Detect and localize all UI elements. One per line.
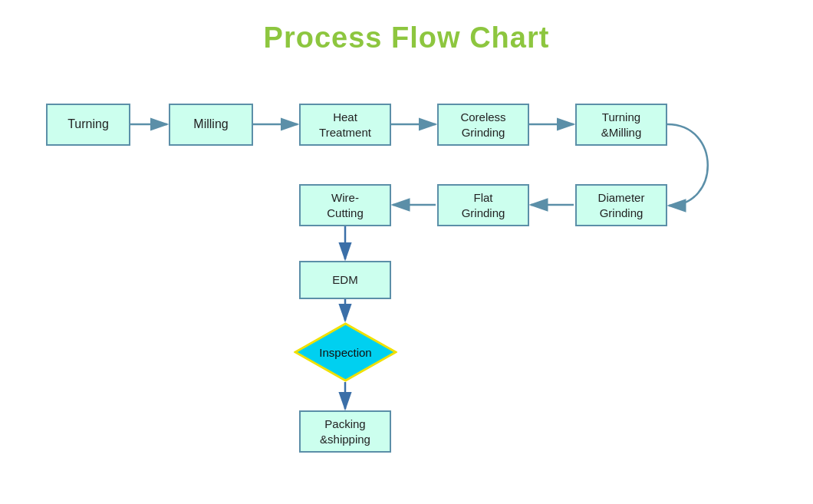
wire-cutting-box: Wire-Cutting	[299, 184, 391, 226]
milling-box: Milling	[169, 104, 253, 146]
inspection-diamond: Inspection	[294, 322, 397, 382]
diameter-grinding-box: DiameterGrinding	[575, 184, 667, 226]
edm-box: EDM	[299, 261, 391, 299]
coreless-grinding-box: CorelessGrinding	[437, 104, 529, 146]
page-title: Process Flow Chart	[0, 0, 813, 54]
flowchart: Turning Milling HeatTreatment CorelessGr…	[0, 73, 813, 502]
turning-milling-box: Turning&Milling	[575, 104, 667, 146]
heat-treatment-box: HeatTreatment	[299, 104, 391, 146]
flat-grinding-box: FlatGrinding	[437, 184, 529, 226]
packing-box: Packing&shipping	[299, 410, 391, 453]
inspection-label: Inspection	[319, 346, 371, 359]
turning-box: Turning	[46, 104, 130, 146]
